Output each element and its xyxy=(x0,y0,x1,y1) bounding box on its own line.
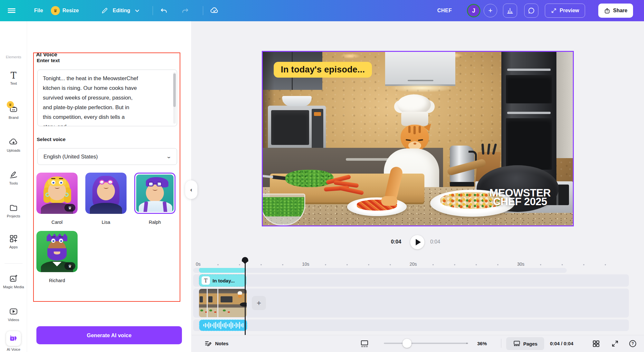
ruler-minor-ticks xyxy=(540,264,609,265)
sidebar-item-projects[interactable]: Projects xyxy=(0,203,27,218)
add-clip-button[interactable]: + xyxy=(252,296,266,310)
sidebar-item-tools[interactable]: Tools xyxy=(0,170,27,185)
upload-cloud-icon xyxy=(9,137,18,147)
text-clip-type-icon: T xyxy=(202,276,210,285)
sidebar-item-text[interactable]: T Text xyxy=(0,71,27,85)
premium-crown-icon: ♛ xyxy=(7,101,14,108)
enter-text-label: Enter text xyxy=(37,58,60,63)
panel-title: AI Voice xyxy=(36,52,57,58)
bowl-on-microwave xyxy=(282,96,312,106)
playhead-marker[interactable] xyxy=(242,257,248,262)
voice-option-lisa[interactable]: Lisa xyxy=(85,173,127,214)
resize-button[interactable]: Resize xyxy=(62,0,79,21)
cloud-saved-icon xyxy=(210,0,219,21)
show-logo-text[interactable]: MEOWSTER CHEF 2025 xyxy=(484,188,556,206)
pages-button[interactable]: Pages xyxy=(506,337,544,350)
help-icon: ? xyxy=(629,339,637,348)
track-row-top[interactable] xyxy=(193,268,567,273)
sidebar-item-ai-voice[interactable]: T AI Voice xyxy=(0,331,27,351)
crown-icon: ♛ xyxy=(51,0,60,21)
timeline-view-icon xyxy=(360,339,369,348)
document-title[interactable]: CHEF xyxy=(437,0,452,21)
sidebar-item-brand[interactable]: ♛ co Brand xyxy=(0,104,27,119)
grid-view-button[interactable] xyxy=(592,335,600,352)
insights-button[interactable] xyxy=(503,4,517,18)
textarea-scrollbar-thumb[interactable] xyxy=(173,73,176,107)
total-duration: 0:04 xyxy=(430,239,440,245)
play-button[interactable] xyxy=(410,235,424,249)
folder-icon xyxy=(9,203,18,213)
zoom-percent[interactable]: 36% xyxy=(477,335,487,352)
svg-text:?: ? xyxy=(631,341,634,346)
chopped-green-onions xyxy=(285,170,334,187)
main-menu-button[interactable] xyxy=(8,0,15,21)
audio-clip[interactable] xyxy=(199,319,247,331)
sidebar-item-videos[interactable]: Videos xyxy=(0,307,27,322)
voice-option-ralph[interactable]: Ralph xyxy=(134,173,175,214)
sidebar-item-elements[interactable]: Elements xyxy=(0,53,27,59)
undo-button[interactable] xyxy=(160,0,168,21)
zoom-slider-thumb[interactable] xyxy=(402,339,412,348)
time-indicator: 0:04 / 0:04 xyxy=(550,335,573,352)
ruler-tick-10s: 10s xyxy=(302,262,309,267)
sidebar-item-uploads[interactable]: Uploads xyxy=(0,137,27,152)
bar-chart-icon xyxy=(506,7,514,14)
share-button[interactable]: Share xyxy=(598,4,633,18)
voice-option-carol[interactable]: ♛ Carol xyxy=(36,173,78,214)
playhead-line[interactable] xyxy=(245,262,246,335)
preview-button[interactable]: Preview xyxy=(545,4,585,18)
editing-mode-dropdown[interactable]: Editing xyxy=(113,0,140,21)
track-row-audio[interactable] xyxy=(193,319,629,331)
toolbar-separator xyxy=(203,6,203,15)
select-voice-label: Select voice xyxy=(37,137,66,142)
timeline-view-toggle[interactable] xyxy=(360,335,369,352)
ruler-minor-ticks xyxy=(217,264,287,265)
bottombar-divider xyxy=(501,339,501,348)
ruler-tick-0s: 0s xyxy=(196,262,201,267)
text-clip[interactable]: T In today... xyxy=(199,274,246,287)
pages-icon xyxy=(513,340,521,347)
svg-text:T: T xyxy=(11,337,13,340)
sidebar-item-magic-media[interactable]: Magic Media xyxy=(0,274,27,289)
notes-icon xyxy=(204,340,212,347)
premium-crown-icon: ♛ xyxy=(64,204,75,212)
toolbar-separator xyxy=(153,6,153,15)
file-menu-button[interactable]: File xyxy=(34,0,43,21)
video-clip-thumbnail[interactable] xyxy=(199,289,207,317)
video-clip-thumbnail[interactable] xyxy=(208,289,217,317)
upper-cabinet xyxy=(385,52,455,86)
video-clip-thumbnail[interactable] xyxy=(218,289,247,317)
track-row-text[interactable] xyxy=(193,274,629,287)
kitchen-scene: In today's episode... MEOWSTER CHEF 2025 xyxy=(263,52,573,225)
pen-tool-icon xyxy=(9,170,18,180)
chevron-down-icon: ⌄ xyxy=(166,154,172,159)
caption-text-element[interactable]: In today's episode... xyxy=(274,62,372,78)
voice-option-richard[interactable]: ♛ Richard xyxy=(36,231,78,272)
voice-text-input[interactable]: Tonight... the heat in the MeowsterChef … xyxy=(37,70,177,126)
text-icon: T xyxy=(11,71,16,80)
ai-voice-panel: AI Voice Enter text Tonight... the heat … xyxy=(27,21,191,352)
ceiling-light xyxy=(340,53,361,59)
plate-red-peppers xyxy=(347,197,407,216)
fullscreen-button[interactable] xyxy=(611,335,619,352)
zoom-slider-track[interactable] xyxy=(384,343,468,344)
add-member-button[interactable]: + xyxy=(484,4,497,17)
video-page-canvas[interactable]: In today's episode... MEOWSTER CHEF 2025 xyxy=(262,51,574,226)
share-icon xyxy=(604,8,610,14)
help-button[interactable]: ? xyxy=(629,335,637,352)
page-duration-strip[interactable] xyxy=(199,268,246,273)
sidebar-item-apps[interactable]: Apps xyxy=(0,234,27,249)
elapsed-time: 0:04 xyxy=(391,239,401,245)
user-avatar[interactable]: J xyxy=(467,4,480,17)
brand-icon: ♛ co xyxy=(9,104,18,114)
comment-bubble-icon xyxy=(527,7,535,14)
generate-ai-voice-button[interactable]: Generate AI voice xyxy=(36,326,182,344)
panel-collapse-handle[interactable]: ‹ xyxy=(185,180,197,199)
expand-arrows-icon xyxy=(551,8,557,14)
redo-button[interactable] xyxy=(181,0,189,21)
premium-crown-icon: ♛ xyxy=(64,262,75,270)
language-dropdown[interactable]: English (United States) ⌄ xyxy=(37,148,177,165)
notes-button[interactable]: Notes xyxy=(204,335,229,352)
side-cabinet xyxy=(556,52,573,158)
comments-button[interactable] xyxy=(524,4,538,18)
